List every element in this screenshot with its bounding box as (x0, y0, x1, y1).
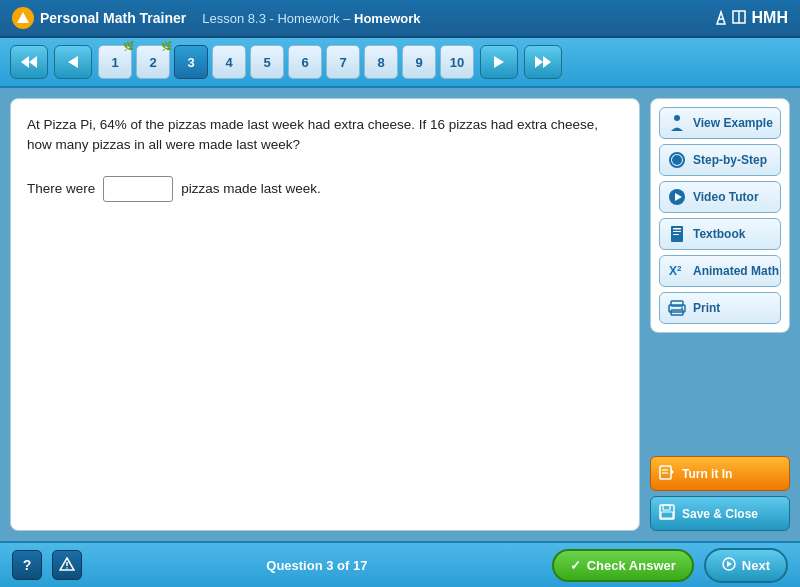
animated-math-icon: X 2 (668, 262, 686, 280)
leaf-badge-1: 🌿 (123, 41, 134, 51)
animated-math-button[interactable]: X 2 Animated Math (659, 255, 781, 287)
view-example-icon (668, 114, 686, 132)
answer-input[interactable] (103, 176, 173, 202)
textbook-label: Textbook (693, 227, 745, 241)
svg-text:X: X (669, 264, 677, 278)
help-button[interactable]: ? (12, 550, 42, 580)
svg-marker-7 (68, 56, 78, 68)
view-example-button[interactable]: View Example (659, 107, 781, 139)
svg-point-13 (672, 155, 682, 165)
svg-point-25 (681, 308, 683, 310)
question-number-3[interactable]: 3 (174, 45, 208, 79)
header: Personal Math Trainer Lesson 8.3 - Homew… (0, 0, 800, 38)
app-title: Personal Math Trainer (40, 10, 186, 26)
print-button[interactable]: Print (659, 292, 781, 324)
video-tutor-label: Video Tutor (693, 190, 759, 204)
svg-marker-8 (494, 56, 504, 68)
save-close-icon (659, 504, 675, 523)
answer-area: There were pizzas made last week. (27, 176, 623, 202)
answer-suffix: pizzas made last week. (181, 181, 321, 196)
warning-button[interactable] (52, 550, 82, 580)
back-button[interactable] (54, 45, 92, 79)
question-number-7[interactable]: 7 (326, 45, 360, 79)
animated-math-label: Animated Math (693, 264, 779, 278)
view-example-label: View Example (693, 116, 773, 130)
question-number-9[interactable]: 9 (402, 45, 436, 79)
check-answer-button[interactable]: ✓ Check Answer (552, 549, 694, 582)
sidebar-panel: View Example Step-by-Step (650, 98, 790, 333)
svg-rect-19 (673, 234, 679, 235)
video-tutor-button[interactable]: Video Tutor (659, 181, 781, 213)
question-panel: At Pizza Pi, 64% of the pizzas made last… (10, 98, 640, 531)
question-number-8[interactable]: 8 (364, 45, 398, 79)
question-numbers: 1 🌿 2 🌿 3 4 5 6 7 8 9 10 (98, 45, 474, 79)
svg-marker-29 (671, 469, 674, 475)
textbook-icon (668, 225, 686, 243)
lesson-info: Lesson 8.3 - Homework – Homework (202, 11, 420, 26)
check-icon: ✓ (570, 558, 581, 573)
logo-area: Personal Math Trainer (12, 7, 186, 29)
svg-text:2: 2 (677, 264, 682, 273)
step-by-step-button[interactable]: Step-by-Step (659, 144, 781, 176)
question-number-6[interactable]: 6 (288, 45, 322, 79)
textbook-button[interactable]: Textbook (659, 218, 781, 250)
turn-it-in-button[interactable]: Turn it In (650, 456, 790, 491)
next-button[interactable]: Next (704, 548, 788, 583)
separator: – (343, 11, 354, 26)
forward-button[interactable] (480, 45, 518, 79)
lesson-text: Lesson 8.3 - Homework (202, 11, 339, 26)
step-by-step-label: Step-by-Step (693, 153, 767, 167)
warning-icon (59, 557, 75, 574)
question-status: Question 3 of 17 (92, 558, 542, 573)
question-text: At Pizza Pi, 64% of the pizzas made last… (27, 115, 623, 156)
num-container-2: 2 🌿 (136, 45, 170, 79)
footer: ? Question 3 of 17 ✓ Check Answer Next (0, 541, 800, 587)
leaf-badge-2: 🌿 (161, 41, 172, 51)
hmh-text: HMH (752, 9, 788, 27)
save-close-button[interactable]: Save & Close (650, 496, 790, 531)
question-number-10[interactable]: 10 (440, 45, 474, 79)
turn-it-in-label: Turn it In (682, 467, 732, 481)
hmh-logo: HMH (712, 9, 788, 27)
answer-prefix: There were (27, 181, 95, 196)
turn-it-in-icon (659, 464, 675, 483)
svg-marker-5 (21, 56, 29, 68)
video-tutor-icon (668, 188, 686, 206)
help-icon: ? (23, 557, 32, 573)
svg-point-11 (674, 115, 680, 121)
svg-rect-32 (661, 512, 673, 518)
next-label: Next (742, 558, 770, 573)
bottom-action-area: Turn it In Save & Close (650, 456, 790, 531)
print-icon (668, 299, 686, 317)
svg-rect-18 (673, 231, 681, 232)
svg-point-35 (66, 567, 68, 569)
app-logo-icon (12, 7, 34, 29)
next-arrow-icon (722, 557, 736, 574)
svg-marker-10 (543, 56, 551, 68)
hmh-shapes (712, 10, 746, 26)
rewind-button[interactable] (10, 45, 48, 79)
question-number-5[interactable]: 5 (250, 45, 284, 79)
svg-rect-17 (673, 228, 681, 230)
svg-marker-1 (717, 12, 725, 24)
step-by-step-icon (668, 151, 686, 169)
print-label: Print (693, 301, 720, 315)
svg-marker-6 (29, 56, 37, 68)
save-close-label: Save & Close (682, 507, 758, 521)
fast-forward-button[interactable] (524, 45, 562, 79)
svg-marker-0 (17, 12, 29, 23)
check-answer-label: Check Answer (587, 558, 676, 573)
question-number-4[interactable]: 4 (212, 45, 246, 79)
num-container-1: 1 🌿 (98, 45, 132, 79)
nav-bar: 1 🌿 2 🌿 3 4 5 6 7 8 9 10 (0, 38, 800, 88)
svg-marker-37 (727, 561, 732, 567)
svg-marker-9 (535, 56, 543, 68)
section-text: Homework (354, 11, 420, 26)
